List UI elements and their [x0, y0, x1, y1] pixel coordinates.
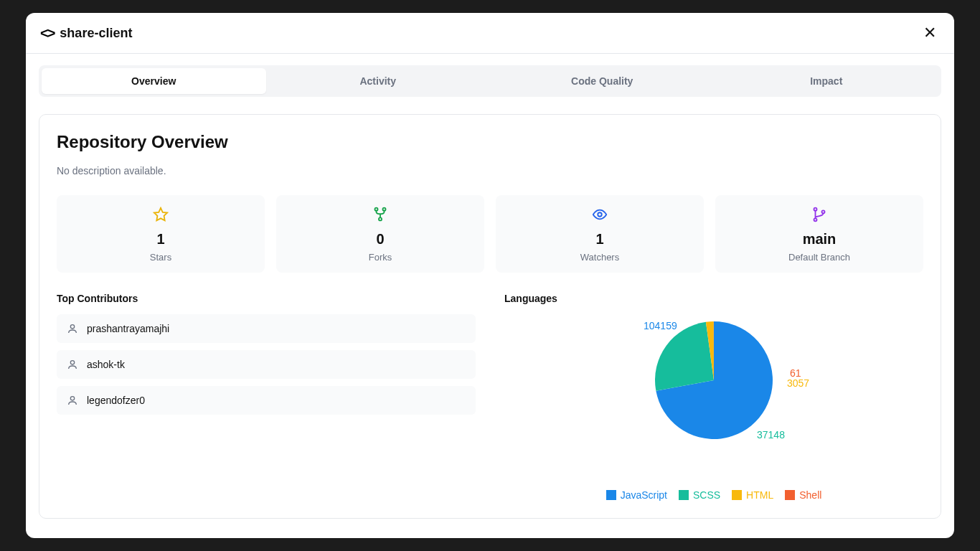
- modal-header: <> share-client ✕: [26, 13, 954, 54]
- legend-item[interactable]: SCSS: [679, 489, 720, 501]
- code-icon: <>: [40, 25, 54, 42]
- pie-value-label: 37148: [757, 429, 785, 441]
- contributors-column: Top Contributors prashantrayamajhi ashok…: [57, 293, 476, 501]
- svg-point-9: [70, 361, 74, 364]
- pie-value-label: 3057: [787, 377, 809, 389]
- contributor-row[interactable]: legendofzer0: [57, 386, 476, 415]
- contributor-row[interactable]: prashantrayamajhi: [57, 314, 476, 343]
- legend-swatch: [785, 490, 795, 500]
- contributor-name: ashok-tk: [87, 359, 125, 370]
- svg-point-3: [379, 217, 382, 220]
- svg-point-1: [374, 208, 377, 211]
- chart-legend: JavaScriptSCSSHTMLShell: [504, 489, 923, 501]
- branch-icon: [811, 207, 827, 222]
- contributor-row[interactable]: ashok-tk: [57, 350, 476, 379]
- close-icon: ✕: [923, 24, 936, 42]
- watchers-label: Watchers: [580, 252, 619, 263]
- legend-label: JavaScript: [621, 489, 667, 501]
- forks-value: 0: [376, 231, 384, 248]
- stars-label: Stars: [150, 252, 171, 263]
- legend-swatch: [606, 490, 616, 500]
- modal-body: Overview Activity Code Quality Impact Re…: [26, 54, 954, 538]
- tabs: Overview Activity Code Quality Impact: [39, 65, 941, 97]
- svg-marker-0: [154, 208, 167, 220]
- tab-overview[interactable]: Overview: [42, 68, 266, 94]
- svg-point-4: [598, 212, 602, 217]
- pie-value-label: 104159: [644, 320, 677, 331]
- person-icon: [67, 395, 78, 406]
- branch-value: main: [803, 231, 837, 248]
- pie-container: [653, 319, 775, 444]
- stat-watchers: 1 Watchers: [496, 195, 704, 273]
- eye-icon: [592, 207, 608, 222]
- stat-branch: main Default Branch: [715, 195, 923, 273]
- languages-title: Languages: [504, 293, 923, 304]
- svg-point-2: [382, 208, 385, 211]
- legend-item[interactable]: JavaScript: [606, 489, 667, 501]
- stat-forks: 0 Forks: [276, 195, 484, 273]
- stats-row: 1 Stars 0 Forks 1 Watchers: [57, 195, 923, 273]
- svg-point-5: [814, 208, 816, 211]
- contributor-name: prashantrayamajhi: [87, 323, 169, 334]
- overview-panel: Repository Overview No description avail…: [39, 114, 941, 519]
- legend-swatch: [679, 490, 689, 500]
- pie-value-label: 61: [790, 367, 801, 379]
- person-icon: [67, 359, 78, 370]
- fork-icon: [372, 207, 388, 222]
- contributors-title: Top Contributors: [57, 293, 476, 304]
- columns: Top Contributors prashantrayamajhi ashok…: [57, 293, 923, 501]
- stars-value: 1: [156, 231, 164, 248]
- stat-stars: 1 Stars: [57, 195, 265, 273]
- tab-code-quality[interactable]: Code Quality: [490, 68, 715, 94]
- panel-title: Repository Overview: [57, 132, 923, 152]
- close-button[interactable]: ✕: [920, 23, 940, 43]
- legend-label: Shell: [799, 489, 821, 501]
- legend-swatch: [732, 490, 742, 500]
- star-icon: [153, 207, 169, 222]
- watchers-value: 1: [595, 231, 603, 248]
- pie-slice[interactable]: [655, 322, 714, 391]
- repo-name: share-client: [60, 26, 132, 41]
- tab-impact[interactable]: Impact: [715, 68, 939, 94]
- legend-item[interactable]: HTML: [732, 489, 773, 501]
- legend-label: HTML: [746, 489, 773, 501]
- languages-chart: 10415937148305761 JavaScriptSCSSHTMLShel…: [504, 314, 923, 501]
- svg-point-8: [70, 325, 74, 329]
- tab-activity[interactable]: Activity: [266, 68, 491, 94]
- title-wrap: <> share-client: [40, 25, 132, 42]
- legend-label: SCSS: [693, 489, 720, 501]
- legend-item[interactable]: Shell: [785, 489, 821, 501]
- branch-label: Default Branch: [788, 252, 850, 263]
- contributor-name: legendofzer0: [87, 395, 145, 406]
- svg-point-10: [70, 397, 74, 400]
- svg-point-6: [814, 218, 816, 221]
- forks-label: Forks: [369, 252, 392, 263]
- repo-description: No description available.: [57, 165, 923, 176]
- person-icon: [67, 323, 78, 334]
- pie-chart: [653, 319, 775, 441]
- languages-column: Languages 10415937148305761 JavaScriptSC…: [504, 293, 923, 501]
- repo-modal: <> share-client ✕ Overview Activity Code…: [26, 13, 954, 538]
- svg-point-7: [821, 210, 824, 213]
